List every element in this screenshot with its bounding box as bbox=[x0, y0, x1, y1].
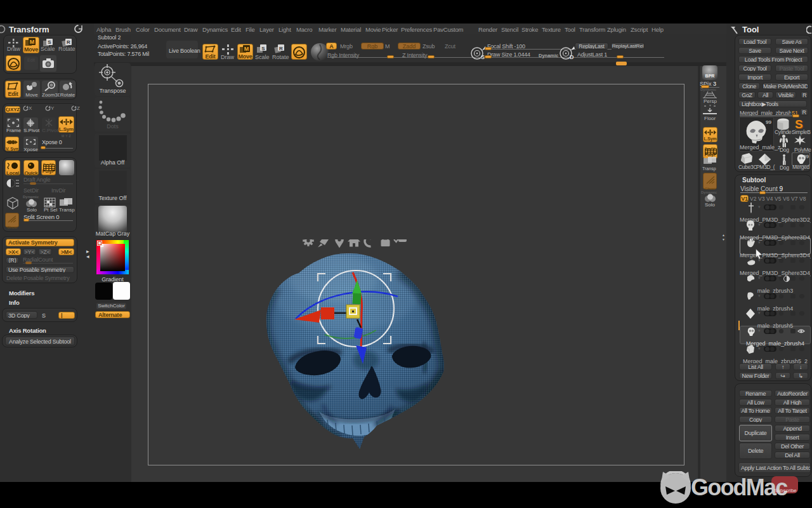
svg-text:R: R bbox=[67, 39, 70, 45]
svg-text:S: S bbox=[48, 39, 51, 45]
svg-text:S: S bbox=[261, 46, 265, 51]
svg-text:M: M bbox=[30, 39, 34, 45]
svg-text:D: D bbox=[570, 54, 574, 60]
svg-text:R: R bbox=[279, 46, 283, 51]
svg-text:M: M bbox=[244, 46, 248, 52]
